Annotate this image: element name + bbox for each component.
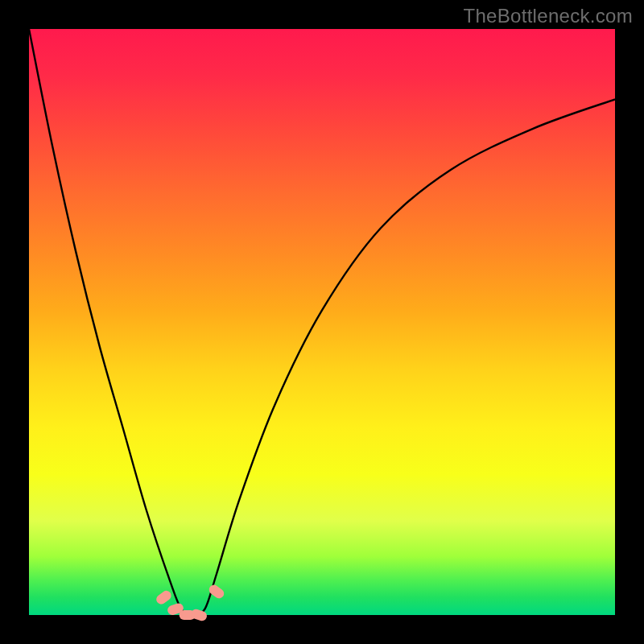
chart-frame: TheBottleneck.com xyxy=(0,0,644,644)
marker-group xyxy=(155,583,226,622)
curve-svg xyxy=(29,29,615,615)
watermark-text: TheBottleneck.com xyxy=(463,5,633,27)
bottleneck-curve-path xyxy=(29,29,615,615)
plot-area xyxy=(29,29,615,615)
curve-marker xyxy=(155,588,173,605)
